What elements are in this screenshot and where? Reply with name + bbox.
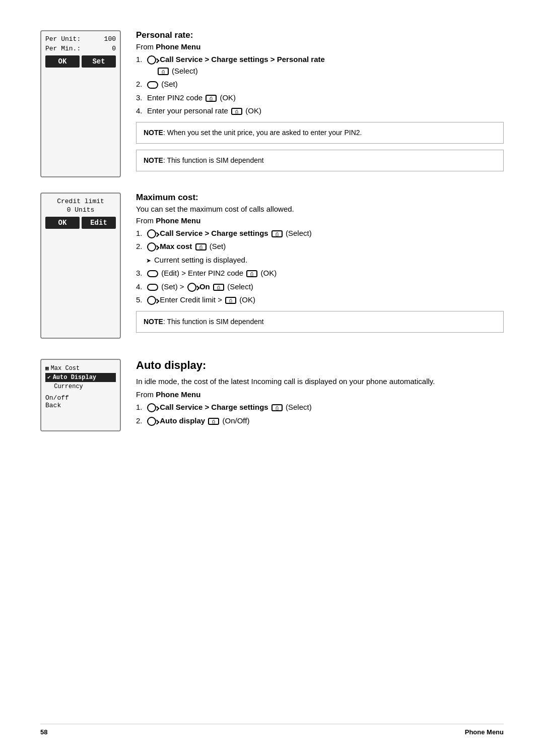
footer-label: Phone Menu: [465, 728, 504, 736]
step-2-personal: 2. (Set): [136, 79, 504, 90]
btn-set-personal[interactable]: Set: [82, 55, 116, 68]
phone-buttons-personal: OK Set: [45, 55, 116, 68]
personal-rate-content: Personal rate: From Phone Menu 1. Call S…: [136, 30, 504, 177]
step1-auto-bold: Call Service > Charge settings: [160, 403, 268, 411]
note-personal-rate-1: NOTE: When you set the unit price, you a…: [136, 122, 504, 144]
phone-buttons-max-cost: OK Edit: [45, 217, 116, 229]
btn-onoff[interactable]: On/off: [45, 394, 116, 402]
note-personal-rate-2: NOTE: This function is SIM dependent: [136, 150, 504, 171]
credit-limit-label: Credit limit: [45, 198, 116, 205]
max-cost-steps: 1. Call Service > Charge settings ⎙ (Sel…: [136, 228, 504, 306]
personal-rate-steps: 1. Call Service > Charge settings > Pers…: [136, 54, 504, 117]
per-min-row: Per Min.: 0: [45, 45, 116, 52]
step1-personal-suffix: (Select): [172, 67, 198, 75]
step-4-personal: 4. Enter your personal rate ⎙ (OK): [136, 105, 504, 117]
step2-auto-bold: Auto display: [160, 416, 205, 425]
btn-ok-max-cost[interactable]: OK: [45, 217, 80, 229]
section-personal-rate: Per Unit: 100 Per Min.: 0 OK Set Persona…: [40, 30, 504, 177]
step1-personal-bold: Call Service > Charge settings > Persona…: [160, 55, 325, 64]
auto-display-from: From Phone Menu: [136, 390, 504, 399]
phone-mockup-max-cost: Credit limit 0 Units OK Edit: [40, 193, 121, 339]
step-1-auto-display: 1. Call Service > Charge settings ⎙ (Sel…: [136, 402, 504, 413]
menu-item-max-cost: ▦ Max Cost: [45, 364, 116, 373]
step-1-max-cost: 1. Call Service > Charge settings ⎙ (Sel…: [136, 228, 504, 239]
step-1-personal: 1. Call Service > Charge settings > Pers…: [136, 54, 504, 77]
max-cost-from: From Phone Menu: [136, 216, 504, 225]
page-number: 58: [40, 728, 47, 736]
page-content: Per Unit: 100 Per Min.: 0 OK Set Persona…: [0, 0, 544, 472]
per-unit-value: 100: [104, 35, 116, 43]
step-2-auto-display: 2. Auto display ⎙ (On/Off): [136, 415, 504, 427]
per-min-label: Per Min.:: [45, 45, 81, 52]
auto-display-steps: 1. Call Service > Charge settings ⎙ (Sel…: [136, 402, 504, 426]
step-3-personal: 3. Enter PIN2 code ⎙ (OK): [136, 92, 504, 104]
phone-mockup-auto-display: ▦ Max Cost ✔ Auto Display Currency On/of…: [40, 359, 121, 432]
auto-display-desc: In idle mode, the cost of the latest Inc…: [136, 376, 504, 388]
step2-max-cost-bold: Max cost: [160, 242, 192, 250]
auto-display-title: Auto display:: [136, 359, 504, 372]
step-5-max-cost: 5. Enter Credit limit > ⎙ (OK): [136, 294, 504, 306]
btn-ok-personal[interactable]: OK: [45, 55, 80, 68]
section-auto-display: ▦ Max Cost ✔ Auto Display Currency On/of…: [40, 359, 504, 432]
step-2-max-cost: 2. Max cost ⎙ (Set): [136, 241, 504, 253]
per-min-value: 0: [112, 45, 116, 52]
personal-rate-title: Personal rate:: [136, 30, 504, 40]
step1-max-cost-bold: Call Service > Charge settings: [160, 229, 268, 237]
btn-back[interactable]: Back: [45, 402, 116, 409]
per-unit-label: Per Unit:: [45, 35, 81, 43]
max-cost-title: Maximum cost:: [136, 193, 504, 203]
credit-limit-sub: 0 Units: [45, 206, 116, 214]
btn-edit-max-cost[interactable]: Edit: [82, 217, 116, 229]
footer: 58 Phone Menu: [40, 724, 504, 736]
auto-display-content: Auto display: In idle mode, the cost of …: [136, 359, 504, 432]
phone-mockup-personal-rate: Per Unit: 100 Per Min.: 0 OK Set: [40, 30, 121, 177]
max-cost-desc: You can set the maximum cost of calls al…: [136, 205, 504, 213]
on-label: On: [199, 282, 210, 291]
step-arrow-max-cost: ➤Current setting is displayed.: [136, 255, 504, 266]
per-unit-row: Per Unit: 100: [45, 35, 116, 43]
note-max-cost: NOTE: This function is SIM dependent: [136, 311, 504, 333]
max-cost-content: Maximum cost: You can set the maximum co…: [136, 193, 504, 339]
menu-item-currency: Currency: [45, 382, 116, 391]
phone-buttons-auto-display: On/off Back: [45, 394, 116, 409]
section-max-cost: Credit limit 0 Units OK Edit Maximum cos…: [40, 193, 504, 339]
personal-rate-from: From Phone Menu: [136, 42, 504, 51]
menu-item-auto-display-selected: ✔ Auto Display: [45, 373, 116, 382]
step-4-max-cost: 4. (Set) > On ⎙ (Select): [136, 281, 504, 293]
step-3-max-cost: 3. (Edit) > Enter PIN2 code ⎙ (OK): [136, 268, 504, 279]
